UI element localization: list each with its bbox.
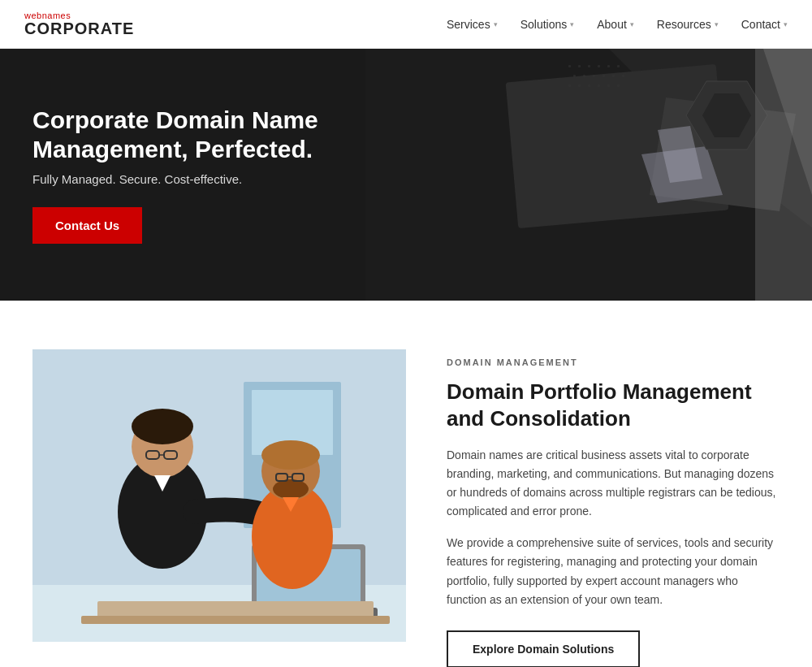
nav-about-label: About: [597, 18, 627, 31]
nav-solutions-label: Solutions: [520, 18, 568, 31]
svg-rect-19: [568, 84, 571, 87]
nav-resources-label: Resources: [657, 18, 711, 31]
chevron-down-icon: ▾: [630, 20, 634, 28]
hero-section: Corporate Domain Name Management, Perfec…: [0, 49, 812, 301]
svg-rect-17: [612, 75, 615, 77]
svg-rect-12: [617, 65, 620, 67]
svg-rect-11: [607, 65, 610, 67]
hero-background-graphic: [365, 49, 812, 301]
nav-services-label: Services: [447, 18, 490, 31]
svg-point-45: [261, 440, 320, 470]
svg-rect-52: [81, 616, 390, 624]
hero-subtitle: Fully Managed. Secure. Cost-effective.: [32, 172, 390, 186]
site-header: webnames CORPORATE Services ▾ Solutions …: [0, 0, 812, 49]
hero-title: Corporate Domain Name Management, Perfec…: [32, 106, 390, 164]
nav-contact[interactable]: Contact ▾: [741, 18, 788, 31]
explore-domain-solutions-button[interactable]: Explore Domain Solutions: [447, 630, 640, 667]
svg-rect-16: [603, 75, 605, 77]
section-para-2: We provide a comprehensive suite of serv…: [447, 534, 780, 609]
nav-about[interactable]: About ▾: [597, 18, 634, 31]
svg-point-46: [273, 479, 309, 499]
chevron-down-icon: ▾: [715, 20, 719, 28]
people-illustration: [32, 349, 406, 642]
svg-rect-20: [578, 84, 581, 87]
contact-us-button[interactable]: Contact Us: [32, 207, 142, 244]
svg-rect-22: [598, 84, 600, 87]
svg-rect-13: [573, 75, 576, 77]
business-photo: [32, 349, 406, 642]
nav-resources[interactable]: Resources ▾: [657, 18, 719, 31]
chevron-down-icon: ▾: [494, 20, 498, 28]
chevron-down-icon: ▾: [784, 20, 788, 28]
svg-rect-24: [617, 84, 620, 87]
logo[interactable]: webnames CORPORATE: [24, 11, 134, 37]
svg-rect-8: [578, 65, 581, 67]
svg-rect-14: [583, 75, 585, 77]
section-para-1: Domain names are critical business asset…: [447, 446, 780, 521]
main-nav: Services ▾ Solutions ▾ About ▾ Resources…: [447, 18, 788, 31]
svg-rect-10: [598, 65, 600, 67]
chevron-down-icon: ▾: [570, 20, 574, 28]
svg-point-35: [132, 409, 193, 444]
svg-rect-51: [97, 601, 374, 617]
domain-management-section: DOMAIN MANAGEMENT Domain Portfolio Manag…: [0, 301, 812, 667]
logo-bottom-text: CORPORATE: [24, 20, 134, 37]
section-text: DOMAIN MANAGEMENT Domain Portfolio Manag…: [447, 349, 780, 667]
section-image: [32, 349, 406, 642]
svg-rect-9: [588, 65, 590, 67]
hero-content: Corporate Domain Name Management, Perfec…: [0, 106, 422, 244]
section-tag: DOMAIN MANAGEMENT: [447, 357, 780, 367]
nav-solutions[interactable]: Solutions ▾: [520, 18, 575, 31]
nav-contact-label: Contact: [741, 18, 780, 31]
svg-rect-15: [593, 75, 595, 77]
svg-rect-7: [568, 65, 571, 67]
svg-rect-18: [622, 75, 624, 77]
svg-rect-23: [607, 84, 610, 87]
svg-rect-21: [588, 84, 590, 87]
nav-services[interactable]: Services ▾: [447, 18, 498, 31]
section-heading: Domain Portfolio Management and Consolid…: [447, 379, 780, 431]
